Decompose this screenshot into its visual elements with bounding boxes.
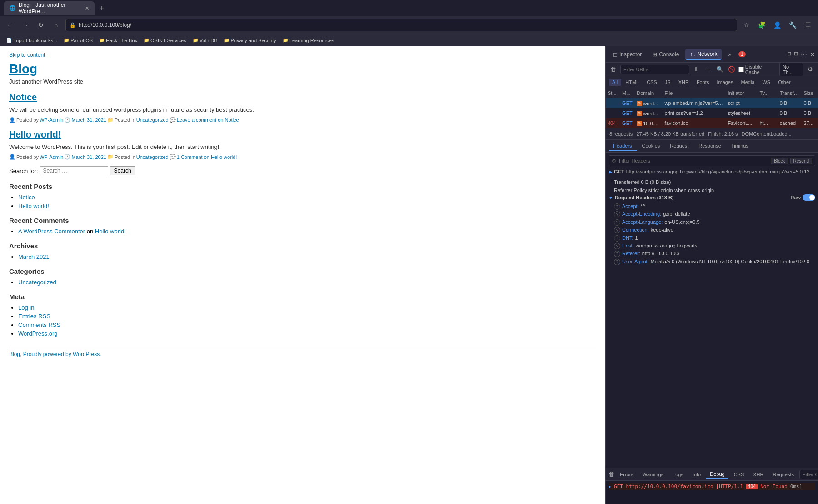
login-link[interactable]: Log in: [18, 304, 34, 311]
network-row[interactable]: GET ✎ word... wp-embed.min.js?ver=5.0.12…: [606, 98, 818, 108]
category-link-notice[interactable]: Uncategorized: [136, 117, 169, 123]
bookmark-star-button[interactable]: ☆: [740, 19, 753, 31]
network-row-404[interactable]: 404 GET ✎ 10.0.... favicon.ico FaviconL.…: [606, 118, 818, 128]
devtools-tab-network[interactable]: ↑↓ Network: [685, 49, 722, 60]
filter-tab-fonts[interactable]: Fonts: [693, 79, 713, 86]
refresh-button[interactable]: ↻: [35, 19, 47, 31]
wordpress-org-link[interactable]: WordPress.org: [18, 330, 57, 337]
profile-button[interactable]: 👤: [771, 19, 783, 31]
network-row[interactable]: GET ✎ word... print.css?ver=1.2 styleshe…: [606, 108, 818, 118]
recent-post-link-notice[interactable]: Notice: [18, 194, 35, 201]
forward-button[interactable]: →: [19, 19, 32, 31]
console-row-toggle[interactable]: ▶: [609, 484, 611, 489]
author-link-notice[interactable]: WP-Admin: [40, 117, 64, 123]
detail-tab-timings[interactable]: Timings: [727, 142, 753, 151]
devtools-options-button[interactable]: ⋯: [801, 51, 807, 58]
add-filter-button[interactable]: +: [703, 64, 713, 74]
search-input[interactable]: [40, 166, 108, 175]
category-link-hello[interactable]: Uncategorized: [136, 154, 169, 160]
bookmark-parrot[interactable]: 📁 Parrot OS: [61, 37, 95, 44]
archive-link-march[interactable]: March 2021: [18, 253, 50, 260]
comment-link-hello[interactable]: 1 Comment on Hello world!: [177, 154, 237, 160]
bookmark-privacy[interactable]: 📁 Privacy and Security: [221, 37, 279, 44]
detail-tab-headers[interactable]: Headers: [609, 142, 637, 151]
console-tab-debug[interactable]: Debug: [706, 470, 728, 479]
author-link-hello[interactable]: WP-Admin: [40, 154, 64, 160]
devtools-close-button[interactable]: ✕: [810, 51, 815, 58]
help-icon[interactable]: ?: [614, 259, 620, 265]
devtools-more-button[interactable]: »: [723, 49, 736, 59]
clear-console-button[interactable]: 🗑: [609, 469, 614, 479]
dock-vertical-button[interactable]: ⊞: [794, 51, 798, 58]
post-title-link-notice[interactable]: Notice: [9, 92, 37, 102]
blog-title[interactable]: Blog: [9, 62, 596, 76]
new-tab-button[interactable]: +: [96, 3, 107, 14]
filter-urls-input[interactable]: [620, 65, 689, 74]
comments-rss-link[interactable]: Comments RSS: [18, 321, 60, 328]
console-tab-css[interactable]: CSS: [730, 470, 748, 479]
pause-network-button[interactable]: ⏸: [691, 64, 701, 74]
clear-log-button[interactable]: 🚫: [727, 64, 737, 74]
bookmark-htb[interactable]: 📁 Hack The Box: [96, 37, 140, 44]
disable-cache-label[interactable]: Disable Cache: [738, 64, 778, 75]
footer-powered-link[interactable]: Proudly powered by WordPress.: [23, 351, 101, 357]
search-network-button[interactable]: 🔍: [715, 64, 725, 74]
console-tab-requests[interactable]: Requests: [769, 470, 798, 479]
bookmark-learning[interactable]: 📁 Learning Resources: [280, 37, 337, 44]
disable-cache-checkbox[interactable]: [738, 67, 744, 72]
active-tab[interactable]: 🌐 Blog – Just another WordPre… ✕: [4, 1, 95, 15]
get-url-title[interactable]: ▶ GET http://wordpress.aragog.hogwarts/b…: [609, 169, 815, 174]
post-title-link-hello[interactable]: Hello world!: [9, 129, 61, 139]
category-link-uncategorized[interactable]: Uncategorized: [18, 279, 56, 286]
comment-link-notice[interactable]: Leave a comment on Notice: [177, 117, 239, 123]
tab-close-button[interactable]: ✕: [85, 5, 89, 11]
console-filter-input[interactable]: [799, 470, 818, 479]
console-tab-xhr[interactable]: XHR: [749, 470, 767, 479]
help-icon[interactable]: ?: [614, 251, 620, 257]
commenter-link[interactable]: A WordPress Commenter: [18, 228, 85, 235]
detail-tab-request[interactable]: Request: [665, 142, 693, 151]
entries-rss-link[interactable]: Entries RSS: [18, 313, 50, 320]
devtools-tab-console[interactable]: ⊞ Console: [648, 49, 683, 59]
extensions-button[interactable]: 🧩: [755, 19, 768, 31]
skip-to-content-link[interactable]: Skip to content: [9, 52, 596, 58]
console-tab-logs[interactable]: Logs: [669, 470, 687, 479]
devtools-tab-inspector[interactable]: ◻ Inspector: [609, 49, 646, 59]
filter-tab-js[interactable]: JS: [661, 79, 674, 86]
home-button[interactable]: ⌂: [50, 19, 63, 31]
throttle-selector[interactable]: No Th...: [779, 63, 803, 76]
filter-tab-all[interactable]: All: [609, 79, 621, 86]
raw-toggle[interactable]: Raw: [790, 194, 815, 201]
clear-network-button[interactable]: 🗑: [609, 64, 618, 74]
filter-tab-media[interactable]: Media: [737, 79, 758, 86]
date-link-notice[interactable]: March 31, 2021: [71, 117, 106, 123]
detail-tab-response[interactable]: Response: [694, 142, 726, 151]
help-icon[interactable]: ?: [614, 203, 620, 210]
help-icon[interactable]: ?: [614, 219, 620, 226]
block-button[interactable]: Block: [771, 158, 788, 164]
blog-title-link[interactable]: Blog: [9, 62, 596, 76]
detail-tab-cookies[interactable]: Cookies: [638, 142, 665, 151]
raw-toggle-switch[interactable]: [803, 194, 815, 201]
bookmark-import[interactable]: 📄 Import bookmarks...: [4, 37, 60, 44]
console-tab-errors[interactable]: Errors: [616, 470, 637, 479]
bookmark-osint[interactable]: 📁 OSINT Services: [141, 37, 189, 44]
comment-post-link[interactable]: Hello world!: [95, 228, 126, 235]
filter-headers-input[interactable]: [619, 158, 768, 163]
date-link-hello[interactable]: March 31, 2021: [71, 154, 106, 160]
filter-tab-other[interactable]: Other: [774, 79, 794, 86]
filter-tab-html[interactable]: HTML: [622, 79, 643, 86]
post-title-hello[interactable]: Hello world!: [9, 129, 596, 140]
filter-tab-images[interactable]: Images: [713, 79, 737, 86]
post-title-notice[interactable]: Notice: [9, 92, 596, 103]
network-settings-button[interactable]: ⚙: [805, 64, 815, 74]
console-tab-warnings[interactable]: Warnings: [639, 470, 667, 479]
resend-button[interactable]: Resend: [790, 158, 812, 164]
search-button[interactable]: Search: [110, 166, 135, 175]
address-bar[interactable]: 🔒 http://10.0.0.100/blog/: [65, 19, 737, 31]
help-icon[interactable]: ?: [614, 235, 620, 242]
help-icon[interactable]: ?: [614, 227, 620, 233]
help-icon[interactable]: ?: [614, 243, 620, 249]
back-button[interactable]: ←: [4, 19, 16, 31]
footer-blog-link[interactable]: Blog: [9, 351, 20, 357]
